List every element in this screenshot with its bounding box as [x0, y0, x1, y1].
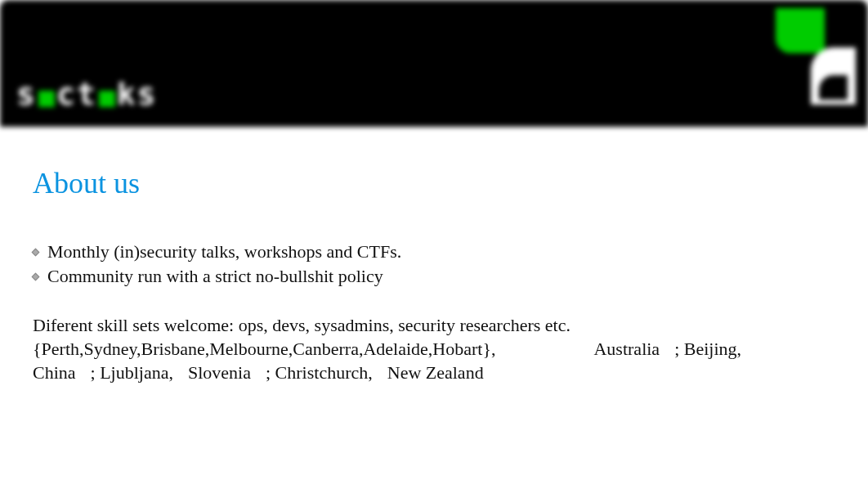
sep-ljubljana: ; Ljubljana,: [91, 362, 173, 383]
country-australia: Australia: [593, 339, 660, 359]
locations-paragraph: Diferent skill sets welcome: ops, devs, …: [33, 314, 835, 384]
brand-logo-right: [782, 7, 856, 113]
green-shape-icon: [776, 8, 825, 53]
header-inner: sctks: [0, 0, 868, 127]
country-china: China: [33, 362, 76, 383]
sep-beijing: ; Beijing,: [674, 339, 741, 359]
brand-seg-t: t: [77, 76, 97, 112]
brand-logo-left: sctks: [16, 76, 157, 112]
brand-seg-s: s: [16, 76, 37, 112]
para-line-3: China; Ljubljana,Slovenia; Christchurch,…: [33, 361, 835, 385]
para-line-1: Diferent skill sets welcome: ops, devs, …: [33, 314, 835, 338]
content-area: About us Monthly (in)security talks, wor…: [0, 127, 868, 384]
brand-seg-c: c: [56, 76, 77, 112]
para-line-2: {Perth,Sydney,Brisbane,Melbourne,Canberr…: [33, 338, 835, 361]
list-item: Monthly (in)security talks, workshops an…: [33, 240, 835, 264]
country-newzealand: New Zealand: [387, 362, 484, 383]
brand-text: sctks: [16, 76, 157, 112]
sep-christchurch: ; Christchurch,: [266, 362, 373, 383]
country-slovenia: Slovenia: [188, 362, 251, 383]
brand-accent-icon: [99, 91, 115, 107]
page-title: About us: [33, 166, 835, 200]
white-shape-icon: [811, 47, 856, 105]
list-item: Community run with a strict no-bullshit …: [33, 264, 835, 289]
cities-list: {Perth,Sydney,Brisbane,Melbourne,Canberr…: [33, 339, 495, 359]
bullet-list: Monthly (in)security talks, workshops an…: [33, 240, 835, 288]
brand-accent-icon: [38, 91, 55, 107]
brand-seg-ks: ks: [117, 76, 158, 112]
header-banner: sctks: [0, 0, 868, 127]
